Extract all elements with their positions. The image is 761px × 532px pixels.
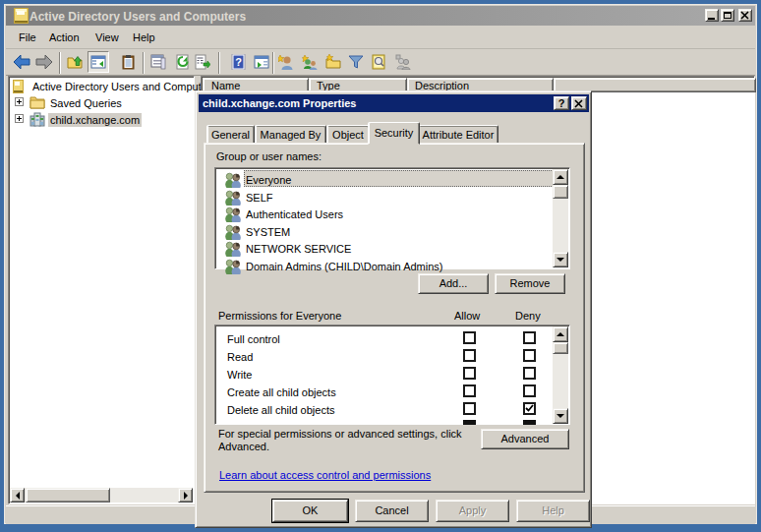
svg-text:?: ? — [235, 56, 242, 68]
